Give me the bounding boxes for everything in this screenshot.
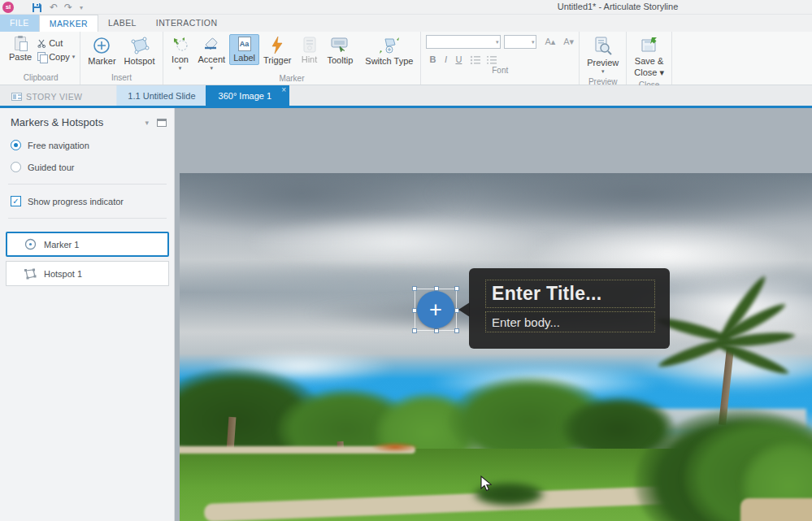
switch-type-label: Switch Type (365, 56, 413, 66)
photo-cloud (245, 214, 554, 271)
accent-label: Accent (198, 54, 226, 64)
trigger-button[interactable]: Trigger (259, 34, 295, 67)
cut-label: Cut (49, 38, 63, 48)
radio-off-icon (11, 162, 21, 172)
preview-magnifier-icon (594, 37, 612, 56)
ribbon-tab-strip: FILE MARKER LABEL INTERACTION (0, 15, 812, 32)
hint-label: Hint (302, 54, 318, 64)
hint-document-icon (302, 37, 317, 53)
slide-tab-label: 1.1 Untitled Slide (128, 91, 195, 101)
accent-button[interactable]: Accent ▾ (194, 34, 230, 73)
marker-item-icon (24, 238, 37, 250)
selection-handle[interactable] (454, 328, 459, 333)
copy-icon (37, 52, 46, 62)
switch-type-icon (379, 37, 400, 54)
tooltip-label: Tooltip (328, 55, 354, 65)
markers-hotspots-panel: Markers & Hotspots ▾ Free navigation Gui… (0, 108, 175, 521)
story-view-button[interactable]: STORY VIEW (11, 92, 82, 102)
insert-hotspot-button[interactable]: Hotspot (120, 34, 159, 68)
tooltip-arrow (458, 302, 470, 317)
copy-dropdown-icon[interactable]: ▾ (72, 54, 76, 60)
slide-canvas[interactable]: + Enter Title... Enter body... (175, 108, 812, 521)
group-marker: Icon ▾ Accent ▾ Aa Label Trigger (163, 32, 422, 85)
panorama-image[interactable]: + Enter Title... Enter body... (180, 173, 812, 521)
select-arrow-icon: ▾ (496, 39, 499, 46)
icon-dropdown-icon[interactable]: ▾ (179, 65, 182, 71)
story-view-grid-icon (11, 93, 22, 101)
title-bar: sl ↶ ↷ ▾ Untitled1* - Articulate Storyli… (0, 0, 812, 15)
story-view-label: STORY VIEW (26, 92, 82, 102)
grow-font-button: A▴ (545, 37, 555, 47)
radio-free-label: Free navigation (28, 141, 89, 150)
show-progress-checkbox[interactable]: ✓ Show progress indicator (0, 196, 175, 206)
radio-guided-tour[interactable]: Guided tour (0, 162, 175, 172)
tab-marker[interactable]: MARKER (39, 15, 98, 32)
ribbon: Paste Cut Copy ▾ Clipboard (0, 32, 812, 85)
bold-button: B (426, 54, 439, 65)
tab-file[interactable]: FILE (0, 15, 39, 32)
list-item-hotspot-1[interactable]: Hotspot 1 (6, 261, 169, 286)
tab-360-image[interactable]: 360° Image 1 × (206, 85, 290, 106)
font-family-select[interactable]: ▾ (426, 35, 501, 49)
preview-dropdown-icon[interactable]: ▾ (601, 68, 605, 74)
tab-interaction[interactable]: INTERACTION (146, 15, 228, 32)
group-preview: Preview ▾ Preview (580, 32, 627, 85)
copy-button[interactable]: Copy ▾ (36, 51, 76, 63)
label-button[interactable]: Aa Label (229, 34, 259, 65)
image-tab-label: 360° Image 1 (219, 91, 272, 101)
undo-icon[interactable]: ↶ (47, 1, 60, 14)
selection-handle[interactable] (412, 328, 417, 333)
hint-button: Hint (296, 34, 323, 67)
panel-collapse-icon[interactable]: ▾ (145, 119, 149, 127)
hotspot-polygon-icon (130, 37, 150, 54)
radio-guided-label: Guided tour (28, 163, 74, 172)
tooltip-button[interactable]: Tooltip (323, 34, 358, 67)
radio-on-icon (11, 140, 21, 150)
save-close-floppy-icon (640, 37, 658, 54)
marker-pin[interactable]: + (417, 291, 454, 328)
checkbox-checked-icon: ✓ (11, 196, 21, 206)
trigger-label: Trigger (263, 55, 291, 65)
paste-label: Paste (9, 52, 32, 62)
change-icon-icon (172, 37, 189, 53)
articulate-storyline-window: sl ↶ ↷ ▾ Untitled1* - Articulate Storyli… (0, 0, 812, 521)
list-item-marker-1[interactable]: Marker 1 (6, 232, 169, 257)
tab-untitled-slide[interactable]: 1.1 Untitled Slide (116, 85, 213, 106)
switch-type-button[interactable]: Switch Type (361, 34, 417, 68)
selection-handle[interactable] (434, 328, 439, 333)
close-tab-icon[interactable]: × (281, 86, 286, 94)
save-icon[interactable] (29, 1, 44, 14)
shrink-font-button: A▾ (563, 37, 574, 47)
group-clipboard: Paste Cut Copy ▾ Clipboard (2, 32, 80, 85)
paste-icon (15, 37, 26, 50)
save-and-close-button[interactable]: Save & Close ▾ (630, 34, 668, 80)
group-insert: Marker Hotspot Insert (80, 32, 163, 85)
tooltip-bubble-icon (330, 37, 350, 54)
selection-handle[interactable] (454, 286, 459, 291)
panel-dock-icon[interactable] (157, 119, 167, 127)
selection-handle[interactable] (412, 286, 417, 291)
document-tab-bar: STORY VIEW 1.1 Untitled Slide 360° Image… (0, 85, 812, 106)
app-logo-icon[interactable]: sl (2, 2, 14, 13)
cut-button[interactable]: Cut (36, 37, 76, 49)
clipboard-group-label: Clipboard (2, 72, 80, 85)
icon-button[interactable]: Icon ▾ (167, 34, 194, 73)
font-size-select[interactable]: ▾ (504, 35, 536, 49)
show-progress-label: Show progress indicator (28, 197, 124, 206)
redo-icon[interactable]: ↷ (62, 1, 75, 14)
trigger-lightning-icon (271, 37, 284, 54)
italic-button: I (439, 54, 452, 65)
tooltip-body-field[interactable]: Enter body... (485, 311, 655, 332)
tooltip-title-field[interactable]: Enter Title... (485, 280, 655, 308)
radio-free-navigation[interactable]: Free navigation (0, 140, 175, 150)
tab-label[interactable]: LABEL (98, 15, 146, 32)
paste-button[interactable]: Paste (5, 34, 36, 64)
window-title: Untitled1* - Articulate Storyline (455, 2, 780, 11)
accent-dropdown-icon[interactable]: ▾ (211, 65, 214, 71)
marker-item-label: Marker 1 (44, 240, 79, 250)
select-arrow-icon: ▾ (532, 39, 535, 46)
save-close-label-2: Close ▾ (634, 67, 664, 77)
preview-button[interactable]: Preview ▾ (583, 34, 623, 76)
insert-marker-button[interactable]: Marker (84, 34, 119, 68)
quick-access-more-icon[interactable]: ▾ (76, 1, 86, 14)
